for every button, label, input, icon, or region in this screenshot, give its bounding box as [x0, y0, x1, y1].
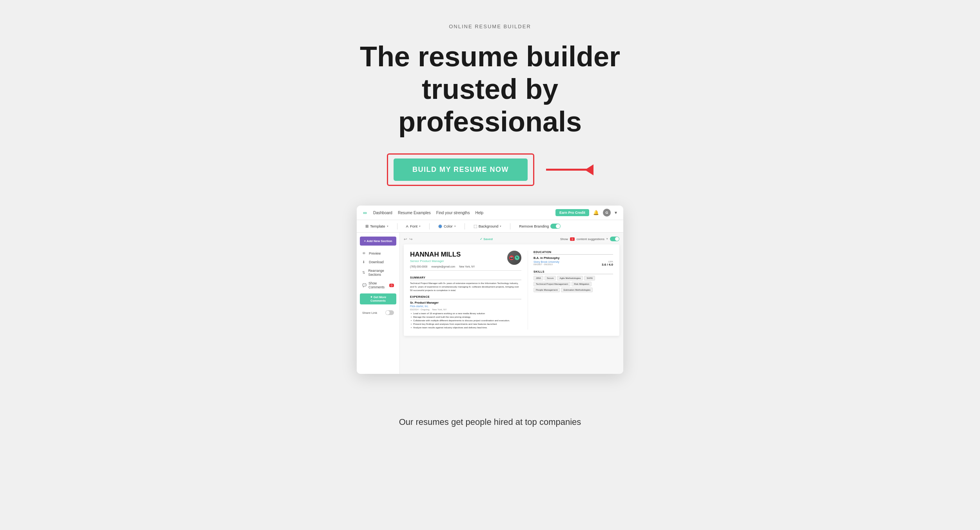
skill-tech-pm: Technical Project Management [534, 282, 570, 286]
resume-email: example@gmail.com [431, 265, 455, 268]
resume-job-title-header: Senior Product Manager [410, 259, 521, 263]
job-title: Sr. Product Manager [410, 301, 521, 304]
suggestions-badge: 1 [570, 237, 575, 241]
undo-redo-controls: ↩ ↪ [404, 237, 412, 241]
toolbar-color[interactable]: Color ▾ [436, 223, 458, 229]
rearrange-icon: ⇅ [362, 271, 366, 275]
app-sidebar: + Add New Section 👁 Preview ⬇ Download ⇅… [357, 233, 400, 374]
edu-degree: B.A. in Philosophy [534, 256, 613, 260]
get-more-comments-button[interactable]: ✦ Get More Comments [360, 293, 396, 304]
skill-estimation: Estimation Methodologies [561, 288, 593, 292]
template-icon: ⊞ [365, 224, 368, 228]
download-icon: ⬇ [362, 260, 367, 264]
toolbar-background[interactable]: ⬚ Background ▾ [471, 223, 504, 229]
earn-pro-button[interactable]: Earn Pro Credit [555, 209, 589, 216]
resume-name: HANNAH MILLS [410, 251, 521, 259]
saved-indicator: ✓ Saved [480, 237, 493, 241]
user-avatar[interactable]: G [603, 209, 611, 217]
skills-title: SKILLS [534, 270, 613, 274]
education-title: EDUCATION [534, 251, 613, 255]
resume-topbar: ↩ ↪ ✓ Saved Show 1 content suggestions ▾ [404, 237, 619, 241]
bottom-section: Our resumes get people hired at top comp… [8, 397, 972, 447]
share-link-toggle[interactable] [385, 310, 394, 315]
bullet-5: Analyze team results against industry ob… [410, 326, 521, 330]
add-new-section-button[interactable]: + Add New Section [360, 237, 396, 246]
background-chevron: ▾ [500, 225, 501, 228]
share-toggle-knob [386, 311, 390, 315]
skill-risk: Risk Mitigation [572, 282, 592, 286]
sidebar-item-preview[interactable]: 👁 Preview [360, 250, 396, 257]
resume-left-column: 📷 ✎ HANNAH MILLS Senior Product Manager … [410, 251, 521, 330]
suggestions-chevron: ▾ [606, 237, 608, 240]
font-icon: A [406, 224, 408, 228]
chevron-down-icon[interactable]: ▾ [615, 210, 617, 215]
resume-phone: (765) 000-0000 [410, 265, 427, 268]
arrow-line [546, 169, 593, 171]
comments-icon: 💬 [362, 283, 367, 287]
branding-toggle-knob [556, 224, 560, 228]
nav-find-strengths[interactable]: Find your strengths [436, 211, 470, 215]
app-nav-bar: ∞ Dashboard Resume Examples Find your st… [357, 206, 623, 220]
font-chevron: ▾ [419, 225, 421, 228]
main-headline: The resume builder trusted by profession… [333, 40, 647, 138]
app-logo: ∞ [363, 209, 367, 216]
toolbar-sep-2 [429, 223, 430, 229]
edu-school: Stony Brook University [534, 260, 559, 263]
bullet-1: Lead a team of 16 engineers working on a… [410, 312, 521, 315]
skill-scrum: Scrum [544, 276, 556, 280]
toolbar-remove-branding[interactable]: Remove Branding [517, 222, 563, 230]
nav-links: Dashboard Resume Examples Find your stre… [373, 211, 549, 215]
toolbar-template[interactable]: ⊞ Template ▾ [363, 223, 391, 229]
bullet-2: Manage the research and built the new pr… [410, 315, 521, 319]
summary-title: SUMMARY [410, 276, 521, 280]
sidebar-item-comments[interactable]: 💬 Show Comments 0 [360, 279, 396, 291]
education-section: EDUCATION B.A. in Philosophy Stony Brook… [534, 251, 613, 266]
nav-right: Earn Pro Credit 🔔 G ▾ [555, 209, 617, 217]
build-resume-button[interactable]: BUILD MY RESUME NOW [394, 158, 528, 181]
share-link-row: Share Link [360, 308, 396, 317]
undo-icon[interactable]: ↩ [404, 237, 407, 241]
skill-safe: SAFE [584, 276, 595, 280]
cta-border-box: BUILD MY RESUME NOW [387, 153, 534, 186]
preview-icon: 👁 [362, 251, 367, 255]
sidebar-item-download[interactable]: ⬇ Download [360, 258, 396, 266]
suggestions-toggle[interactable] [610, 237, 619, 241]
skill-tags: JIRA Scrum Agile Methodologies SAFE Tech… [534, 276, 613, 292]
nav-help[interactable]: Help [475, 211, 483, 215]
summary-section: SUMMARY Technical Project Manager with 9… [410, 276, 521, 292]
summary-text: Technical Project Manager with 9+ years … [410, 282, 521, 292]
color-dot [438, 224, 442, 228]
resume-area: ↩ ↪ ✓ Saved Show 1 content suggestions ▾ [400, 233, 623, 374]
resume-right-column: EDUCATION B.A. in Philosophy Stony Brook… [528, 251, 613, 330]
app-toolbar: ⊞ Template ▾ A Font ▾ Color ▾ ⬚ Backgrou… [357, 220, 623, 233]
job-company: Flick-starter, Inc. [410, 305, 521, 308]
toolbar-sep-3 [465, 223, 465, 229]
resume-document: 📷 ✎ HANNAH MILLS Senior Product Manager … [404, 244, 619, 336]
nav-resume-examples[interactable]: Resume Examples [398, 211, 431, 215]
skills-section: SKILLS JIRA Scrum Agile Methodologies SA… [534, 270, 613, 292]
edu-gpa-row: Stony Brook University 09/2007 - 06/2010… [534, 260, 613, 266]
toolbar-sep-4 [510, 223, 510, 229]
branding-toggle[interactable] [550, 224, 561, 229]
resume-location: New York, NY [459, 265, 475, 268]
toolbar-font[interactable]: A Font ▾ [404, 223, 423, 229]
job-bullets: Lead a team of 16 engineers working on a… [410, 312, 521, 330]
eyebrow-text: ONLINE RESUME BUILDER [449, 24, 531, 29]
skill-agile: Agile Methodologies [557, 276, 583, 280]
comments-badge: 0 [389, 284, 394, 287]
bell-icon[interactable]: 🔔 [593, 210, 599, 215]
skill-jira: JIRA [534, 276, 543, 280]
resume-contact-info: (765) 000-0000 example@gmail.com New Yor… [410, 265, 521, 271]
content-suggestions: Show 1 content suggestions ▾ [560, 237, 619, 241]
nav-dashboard[interactable]: Dashboard [373, 211, 392, 215]
background-icon: ⬚ [474, 224, 477, 228]
skill-people: People Management [534, 288, 560, 292]
experience-title: EXPERIENCE [410, 295, 521, 299]
toolbar-sep-1 [397, 223, 397, 229]
template-chevron: ▾ [387, 225, 388, 228]
edu-dates: 09/2007 - 06/2010 [534, 263, 559, 266]
app-mockup: ∞ Dashboard Resume Examples Find your st… [357, 206, 623, 374]
bullet-4: Present key findings and analyses from e… [410, 322, 521, 326]
redo-icon[interactable]: ↪ [409, 237, 412, 241]
sidebar-item-rearrange[interactable]: ⇅ Rearrange Sections [360, 267, 396, 279]
